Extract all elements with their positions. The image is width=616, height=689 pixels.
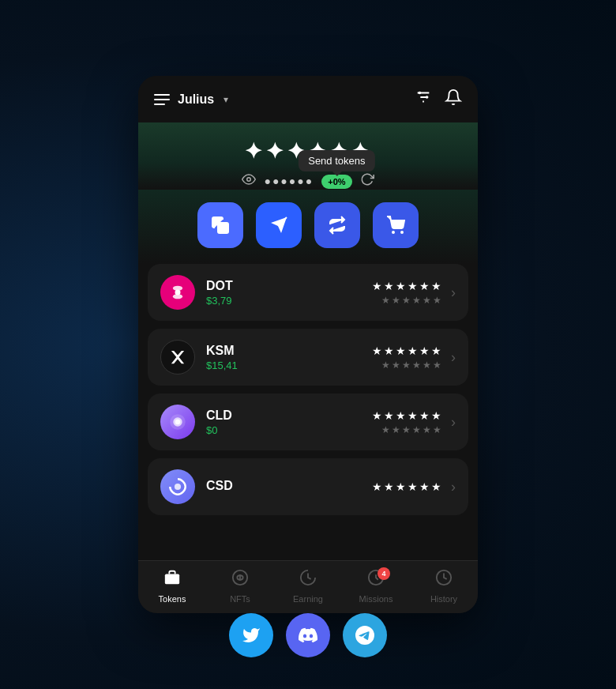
swap-button[interactable] <box>314 202 360 248</box>
refresh-icon[interactable] <box>360 172 374 190</box>
svg-point-3 <box>419 92 422 95</box>
token-item-csd[interactable]: CSD ★★★★★★ › <box>148 458 468 515</box>
token-amount-csd: ★★★★★★ <box>372 480 443 493</box>
token-price-ksm: $15,41 <box>206 360 372 371</box>
balance-row: ●●●●●● +0% Send tokens <box>154 172 462 190</box>
svg-marker-8 <box>271 217 287 233</box>
nfts-icon <box>231 569 249 591</box>
missions-badge: 4 <box>377 567 390 580</box>
token-amount-sub-ksm: ★★★★★★ <box>372 360 443 371</box>
token-balance-csd: ★★★★★★ <box>372 480 443 493</box>
token-price-dot: $3,79 <box>206 295 372 307</box>
svg-point-17 <box>175 420 181 425</box>
earning-icon <box>299 569 317 591</box>
send-button[interactable] <box>256 202 302 248</box>
nav-label-earning: Earning <box>293 594 323 604</box>
menu-icon[interactable] <box>154 94 170 105</box>
token-logo-csd <box>160 469 195 504</box>
history-icon <box>435 569 453 591</box>
token-info-cld: CLD $0 <box>206 409 372 436</box>
discord-button[interactable] <box>286 613 330 657</box>
token-item-dot[interactable]: DOT $3,79 ★★★★★★ ★★★★★★ › <box>148 264 468 321</box>
svg-point-4 <box>426 96 429 99</box>
copy-button[interactable] <box>197 202 243 248</box>
balance-sub: ●●●●●● <box>264 175 314 187</box>
svg-point-10 <box>401 232 403 233</box>
nav-item-tokens[interactable]: Tokens <box>138 569 206 604</box>
nav-item-history[interactable]: History <box>410 569 478 604</box>
token-item-ksm[interactable]: KSM $15,41 ★★★★★★ ★★★★★★ › <box>148 329 468 386</box>
svg-point-18 <box>175 484 181 490</box>
social-buttons <box>229 613 387 657</box>
token-logo-dot <box>160 275 195 310</box>
token-symbol-ksm: KSM <box>206 344 372 358</box>
wallet-icon <box>163 569 181 591</box>
header-right <box>415 88 462 110</box>
send-tooltip-wrapper: +0% Send tokens <box>321 174 351 188</box>
change-badge: +0% <box>321 175 351 189</box>
balance-stars: ✦✦✦✦✦✦ <box>154 138 462 164</box>
svg-point-5 <box>247 178 251 182</box>
nav-label-missions: Missions <box>359 594 393 604</box>
token-symbol-csd: CSD <box>206 479 372 493</box>
header: Julius ▾ <box>138 76 478 122</box>
nav-label-nfts: NFTs <box>230 594 250 604</box>
svg-rect-6 <box>218 223 228 233</box>
token-chevron-cld: › <box>451 414 456 431</box>
nav-label-tokens: Tokens <box>159 594 186 604</box>
token-balance-ksm: ★★★★★★ ★★★★★★ <box>372 344 443 371</box>
token-balance-cld: ★★★★★★ ★★★★★★ <box>372 409 443 435</box>
token-info-ksm: KSM $15,41 <box>206 344 372 371</box>
action-buttons <box>138 190 478 264</box>
token-chevron-dot: › <box>451 284 456 301</box>
nav-item-earning[interactable]: Earning <box>274 569 342 604</box>
svg-rect-19 <box>165 574 179 584</box>
telegram-button[interactable] <box>343 613 387 657</box>
token-amount-ksm: ★★★★★★ <box>372 344 443 357</box>
cart-button[interactable] <box>373 202 419 248</box>
nav-label-history: History <box>430 594 457 604</box>
token-info-csd: CSD <box>206 479 372 495</box>
token-amount-sub-cld: ★★★★★★ <box>372 424 443 435</box>
chevron-down-icon[interactable]: ▾ <box>223 94 228 105</box>
bell-icon[interactable] <box>445 88 462 110</box>
token-info-dot: DOT $3,79 <box>206 279 372 307</box>
token-chevron-csd: › <box>451 479 456 495</box>
token-symbol-dot: DOT <box>206 279 372 293</box>
token-amount-dot: ★★★★★★ <box>372 280 443 292</box>
token-amount-sub-dot: ★★★★★★ <box>372 295 443 306</box>
token-logo-cld <box>160 405 195 439</box>
filter-icon[interactable] <box>415 88 432 110</box>
balance-area: ✦✦✦✦✦✦ ●●●●●● +0% Send tokens <box>138 122 478 190</box>
app-window: Julius ▾ ✦✦✦✦✦✦ <box>138 76 478 613</box>
nav-item-nfts[interactable]: NFTs <box>206 569 274 604</box>
token-item-cld[interactable]: CLD $0 ★★★★★★ ★★★★★★ › <box>148 393 468 450</box>
header-left: Julius ▾ <box>154 92 228 107</box>
nav-item-missions[interactable]: 4 Missions <box>342 569 410 604</box>
twitter-button[interactable] <box>229 613 273 657</box>
token-logo-ksm <box>160 340 195 375</box>
eye-icon[interactable] <box>242 172 256 190</box>
token-amount-cld: ★★★★★★ <box>372 409 443 422</box>
svg-point-9 <box>393 232 394 233</box>
bottom-nav: Tokens NFTs Earning <box>138 560 478 613</box>
token-chevron-ksm: › <box>451 349 456 366</box>
svg-point-14 <box>175 290 181 296</box>
token-symbol-cld: CLD <box>206 409 372 423</box>
token-balance-dot: ★★★★★★ ★★★★★★ <box>372 280 443 306</box>
token-price-cld: $0 <box>206 424 372 436</box>
token-list: DOT $3,79 ★★★★★★ ★★★★★★ › KSM $15,41 ★★★… <box>138 264 478 560</box>
user-name[interactable]: Julius <box>178 92 214 107</box>
